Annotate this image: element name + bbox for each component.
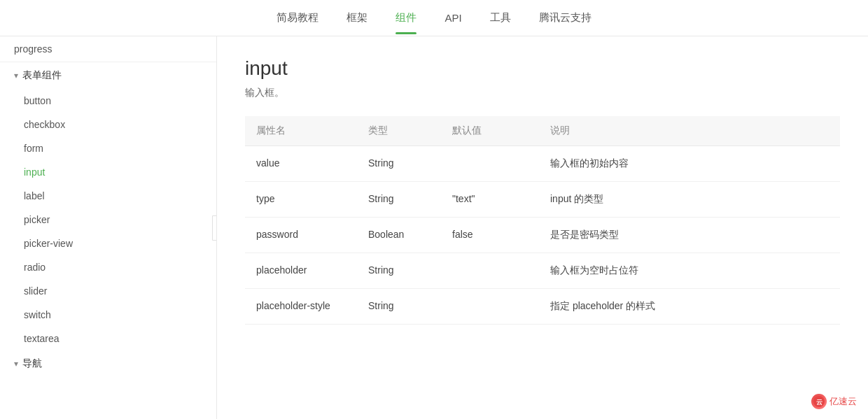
logo-area: 云 亿速云 xyxy=(811,394,857,409)
sidebar-item-switch[interactable]: switch xyxy=(0,303,216,327)
table-header-row: 属性名 类型 默认值 说明 xyxy=(245,116,840,146)
table-row: value String 输入框的初始内容 xyxy=(245,146,840,182)
cell-type-1: String xyxy=(357,182,441,218)
cell-name-4: placeholder-style xyxy=(245,289,357,325)
nav-item-tencent[interactable]: 腾讯云支持 xyxy=(539,8,592,27)
cell-default-2: false xyxy=(441,218,539,253)
main-layout: progress ▾ 表单组件 button checkbox form inp… xyxy=(0,36,868,419)
svg-text:云: 云 xyxy=(816,399,822,406)
sidebar-item-checkbox[interactable]: checkbox xyxy=(0,113,216,136)
sidebar-collapse-button[interactable]: ‹ xyxy=(212,215,217,241)
sidebar-item-slider[interactable]: slider xyxy=(0,279,216,303)
cell-name-2: password xyxy=(245,218,357,253)
cell-type-3: String xyxy=(357,253,441,289)
col-header-type: 类型 xyxy=(357,116,441,146)
sidebar-item-picker[interactable]: picker xyxy=(0,208,216,232)
cell-name-3: placeholder xyxy=(245,253,357,289)
nav-item-components[interactable]: 组件 xyxy=(396,8,416,27)
cell-default-0 xyxy=(441,146,539,182)
col-header-desc: 说明 xyxy=(539,116,840,146)
cell-default-3 xyxy=(441,253,539,289)
col-header-name: 属性名 xyxy=(245,116,357,146)
cell-desc-2: 是否是密码类型 xyxy=(539,218,840,253)
cell-type-0: String xyxy=(357,146,441,182)
sidebar: progress ▾ 表单组件 button checkbox form inp… xyxy=(0,36,217,419)
logo-icon: 云 xyxy=(811,394,827,409)
nav-item-tools[interactable]: 工具 xyxy=(490,8,511,27)
page-title: input xyxy=(245,57,840,80)
cell-default-1: "text" xyxy=(441,182,539,218)
nav-section-label: 导航 xyxy=(22,357,42,370)
top-nav: 简易教程 框架 组件 API 工具 腾讯云支持 xyxy=(0,0,868,36)
nav-section-arrow-icon: ▾ xyxy=(14,359,18,369)
nav-item-tutorial[interactable]: 简易教程 xyxy=(276,8,318,27)
table-row: placeholder String 输入框为空时占位符 xyxy=(245,253,840,289)
nav-item-api[interactable]: API xyxy=(444,9,461,27)
table-row: password Boolean false 是否是密码类型 xyxy=(245,218,840,253)
sidebar-item-form[interactable]: form xyxy=(0,136,216,160)
table-row: placeholder-style String 指定 placeholder … xyxy=(245,289,840,325)
cell-type-2: Boolean xyxy=(357,218,441,253)
sidebar-item-picker-view[interactable]: picker-view xyxy=(0,232,216,255)
cell-desc-1: input 的类型 xyxy=(539,182,840,218)
logo-label: 亿速云 xyxy=(830,395,857,408)
cell-desc-0: 输入框的初始内容 xyxy=(539,146,840,182)
cell-name-0: value xyxy=(245,146,357,182)
sidebar-item-textarea[interactable]: textarea xyxy=(0,327,216,350)
sidebar-item-radio[interactable]: radio xyxy=(0,255,216,279)
cell-type-4: String xyxy=(357,289,441,325)
nav-item-framework[interactable]: 框架 xyxy=(346,8,368,27)
sidebar-section-forms[interactable]: ▾ 表单组件 xyxy=(0,62,216,89)
cell-default-4 xyxy=(441,289,539,325)
page-description: 输入框。 xyxy=(245,87,840,99)
sidebar-section-nav[interactable]: ▾ 导航 xyxy=(0,350,216,377)
sidebar-item-label[interactable]: label xyxy=(0,184,216,208)
sidebar-item-button[interactable]: button xyxy=(0,89,216,113)
table-row: type String "text" input 的类型 xyxy=(245,182,840,218)
logo-svg: 云 xyxy=(813,395,825,408)
sidebar-item-input[interactable]: input xyxy=(0,160,216,184)
sidebar-item-progress[interactable]: progress xyxy=(0,36,216,62)
cell-desc-4: 指定 placeholder 的样式 xyxy=(539,289,840,325)
section-arrow-icon: ▾ xyxy=(14,71,18,80)
cell-desc-3: 输入框为空时占位符 xyxy=(539,253,840,289)
main-content: input 输入框。 属性名 类型 默认值 说明 value String 输入… xyxy=(217,36,868,419)
cell-name-1: type xyxy=(245,182,357,218)
section-label: 表单组件 xyxy=(22,69,62,82)
props-table: 属性名 类型 默认值 说明 value String 输入框的初始内容 type… xyxy=(245,116,840,325)
col-header-default: 默认值 xyxy=(441,116,539,146)
